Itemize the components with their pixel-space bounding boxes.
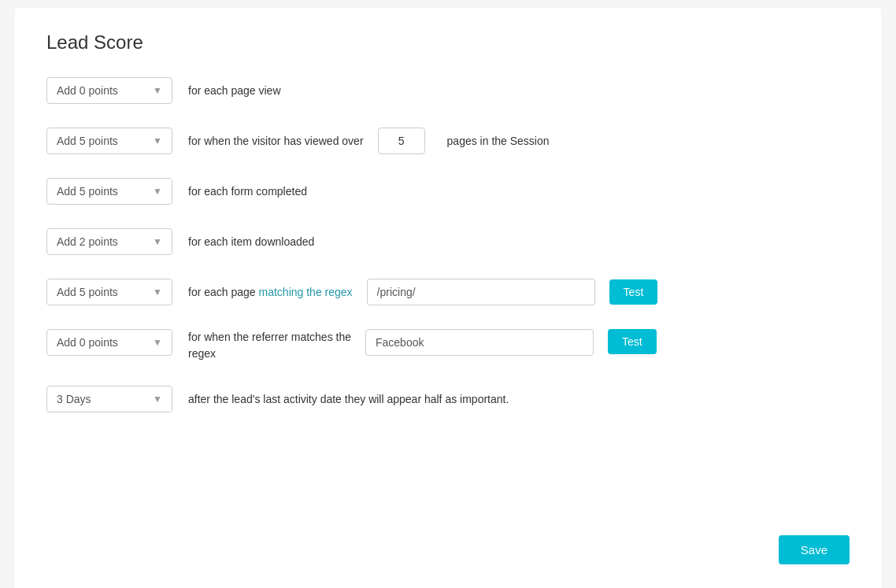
rule-7-dropdown-value: 3 Days [57, 393, 91, 405]
rule-4-chevron-icon: ▼ [153, 236, 162, 247]
rule-row-4: Add 2 points ▼ for each item downloaded [46, 228, 850, 255]
page-title: Lead Score [46, 31, 850, 54]
rule-7-description: after the lead's last activity date they… [188, 393, 509, 405]
rule-row-5: Add 5 points ▼ for each page matching th… [46, 279, 850, 305]
rule-6-test-button[interactable]: Test [608, 329, 657, 354]
rule-2-chevron-icon: ▼ [153, 135, 162, 146]
rule-4-dropdown-value: Add 2 points [57, 235, 118, 248]
rule-3-description: for each form completed [188, 185, 307, 198]
rule-5-dropdown[interactable]: Add 5 points ▼ [46, 279, 172, 305]
rule-3-chevron-icon: ▼ [153, 186, 162, 197]
rule-row-6: Add 0 points ▼ for when the referrer mat… [46, 329, 850, 362]
rule-row-1: Add 0 points ▼ for each page view [46, 77, 850, 104]
rule-6-desc: for when the referrer matches theregex [188, 329, 351, 362]
rule-5-chevron-icon: ▼ [153, 287, 162, 298]
rule-5-regex-input[interactable] [367, 279, 595, 305]
rule-2-number-input[interactable] [378, 128, 425, 154]
rule-6-referrer-input[interactable] [365, 329, 594, 356]
rule-3-dropdown[interactable]: Add 5 points ▼ [46, 178, 172, 205]
rule-2-dropdown[interactable]: Add 5 points ▼ [46, 128, 172, 154]
rule-1-dropdown-value: Add 0 points [57, 84, 118, 97]
rule-2-desc-after: pages in the Session [447, 135, 550, 147]
rule-3-dropdown-value: Add 5 points [57, 185, 118, 198]
rule-row-7: 3 Days ▼ after the lead's last activity … [46, 386, 850, 412]
rule-7-chevron-icon: ▼ [153, 394, 162, 405]
rule-6-chevron-icon: ▼ [153, 337, 162, 348]
rule-2-dropdown-value: Add 5 points [57, 135, 118, 147]
rule-6-dropdown-value: Add 0 points [57, 336, 118, 349]
save-button[interactable]: Save [779, 535, 850, 564]
rule-4-description: for each item downloaded [188, 235, 314, 248]
rule-2-desc-before: for when the visitor has viewed over [188, 135, 364, 147]
rule-row-3: Add 5 points ▼ for each form completed [46, 178, 850, 205]
rule-4-dropdown[interactable]: Add 2 points ▼ [46, 228, 172, 255]
rule-6-dropdown[interactable]: Add 0 points ▼ [46, 329, 172, 356]
rule-5-test-button[interactable]: Test [609, 279, 658, 305]
rule-row-2: Add 5 points ▼ for when the visitor has … [46, 128, 850, 154]
rule-5-dropdown-value: Add 5 points [57, 286, 118, 298]
page-container: Lead Score Add 0 points ▼ for each page … [15, 8, 881, 588]
rule-1-dropdown[interactable]: Add 0 points ▼ [46, 77, 172, 104]
rule-1-description: for each page view [188, 84, 281, 97]
rule-7-dropdown[interactable]: 3 Days ▼ [46, 386, 172, 412]
rule-5-desc: for each page matching the regex [188, 286, 353, 298]
rule-1-chevron-icon: ▼ [153, 85, 162, 96]
